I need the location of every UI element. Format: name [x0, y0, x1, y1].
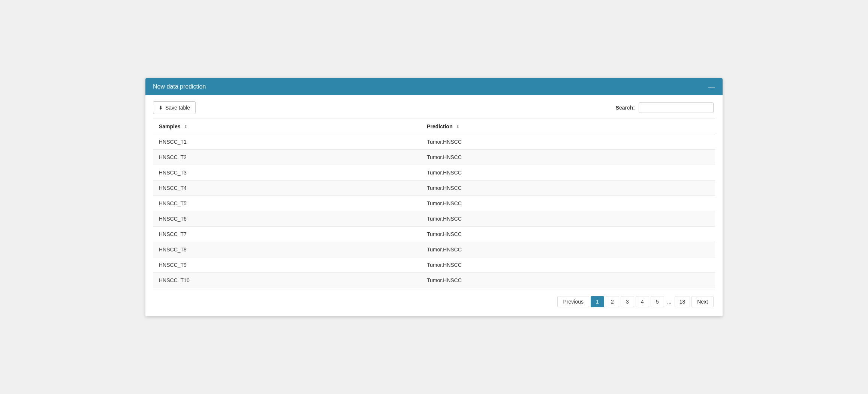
cell-samples: HNSCC_T2 — [153, 149, 421, 165]
previous-button[interactable]: Previous — [557, 296, 589, 307]
table-row: HNSCC_T4Tumor.HNSCC — [153, 180, 715, 195]
pagination-page-1[interactable]: 1 — [591, 296, 604, 307]
toolbar: ⬇ Save table Search: — [153, 101, 715, 114]
search-input[interactable] — [639, 102, 714, 113]
content-area: ⬇ Save table Search: Samples ⇕ Predictio… — [145, 95, 723, 316]
column-header-samples[interactable]: Samples ⇕ — [153, 119, 421, 134]
column-header-prediction[interactable]: Prediction ⇕ — [421, 119, 715, 134]
pagination: Previous 12345...18 Next — [153, 290, 715, 310]
cell-prediction: Tumor.HNSCC — [421, 272, 715, 288]
pagination-page-4[interactable]: 4 — [636, 296, 649, 307]
pagination-page-18[interactable]: 18 — [675, 296, 690, 307]
cell-samples: HNSCC_T1 — [153, 134, 421, 149]
window-title: New data prediction — [153, 83, 206, 90]
cell-prediction: Tumor.HNSCC — [421, 134, 715, 149]
cell-prediction: Tumor.HNSCC — [421, 180, 715, 195]
table-row: HNSCC_T1Tumor.HNSCC — [153, 134, 715, 149]
cell-prediction: Tumor.HNSCC — [421, 211, 715, 226]
pagination-page-2[interactable]: 2 — [606, 296, 619, 307]
pagination-ellipsis: ... — [666, 296, 673, 307]
cell-samples: HNSCC_T4 — [153, 180, 421, 195]
cell-samples: HNSCC_T10 — [153, 272, 421, 288]
cell-samples: HNSCC_T3 — [153, 165, 421, 180]
table-row: HNSCC_T3Tumor.HNSCC — [153, 165, 715, 180]
table-row: HNSCC_T2Tumor.HNSCC — [153, 149, 715, 165]
cell-prediction: Tumor.HNSCC — [421, 257, 715, 272]
cell-samples: HNSCC_T8 — [153, 242, 421, 257]
main-window: New data prediction — ⬇ Save table Searc… — [145, 78, 723, 316]
cell-samples: HNSCC_T6 — [153, 211, 421, 226]
pagination-pages: 12345...18 — [591, 296, 690, 307]
title-bar: New data prediction — — [145, 78, 723, 95]
cell-prediction: Tumor.HNSCC — [421, 242, 715, 257]
cell-prediction: Tumor.HNSCC — [421, 226, 715, 242]
cell-prediction: Tumor.HNSCC — [421, 149, 715, 165]
cell-samples: HNSCC_T7 — [153, 226, 421, 242]
table-header: Samples ⇕ Prediction ⇕ — [153, 119, 715, 134]
cell-samples: HNSCC_T5 — [153, 195, 421, 211]
pagination-page-5[interactable]: 5 — [651, 296, 664, 307]
table-body: HNSCC_T1Tumor.HNSCCHNSCC_T2Tumor.HNSCCHN… — [153, 134, 715, 288]
table-row: HNSCC_T8Tumor.HNSCC — [153, 242, 715, 257]
save-table-label: Save table — [165, 105, 190, 111]
sort-icon-prediction: ⇕ — [456, 125, 459, 129]
cell-prediction: Tumor.HNSCC — [421, 165, 715, 180]
cell-prediction: Tumor.HNSCC — [421, 195, 715, 211]
save-icon: ⬇ — [159, 105, 163, 111]
data-table: Samples ⇕ Prediction ⇕ HNSCC_T1Tumor.HNS… — [153, 119, 715, 288]
pagination-page-3[interactable]: 3 — [621, 296, 634, 307]
search-label: Search: — [616, 105, 635, 111]
table-row: HNSCC_T5Tumor.HNSCC — [153, 195, 715, 211]
table-row: HNSCC_T10Tumor.HNSCC — [153, 272, 715, 288]
table-row: HNSCC_T6Tumor.HNSCC — [153, 211, 715, 226]
save-table-button[interactable]: ⬇ Save table — [153, 101, 196, 114]
cell-samples: HNSCC_T9 — [153, 257, 421, 272]
minimize-button[interactable]: — — [708, 83, 715, 90]
next-button[interactable]: Next — [691, 296, 714, 307]
sort-icon-samples: ⇕ — [184, 125, 187, 129]
search-area: Search: — [616, 102, 714, 113]
table-row: HNSCC_T9Tumor.HNSCC — [153, 257, 715, 272]
table-row: HNSCC_T7Tumor.HNSCC — [153, 226, 715, 242]
